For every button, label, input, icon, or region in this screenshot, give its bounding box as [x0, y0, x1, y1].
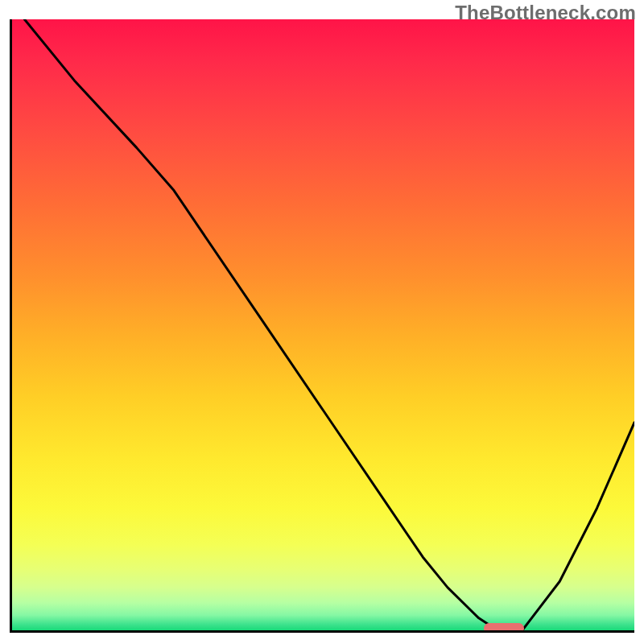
bottleneck-curve — [12, 19, 634, 630]
plot-area — [10, 19, 634, 633]
chart-canvas: TheBottleneck.com — [0, 0, 644, 644]
optimal-range-marker — [484, 623, 524, 633]
